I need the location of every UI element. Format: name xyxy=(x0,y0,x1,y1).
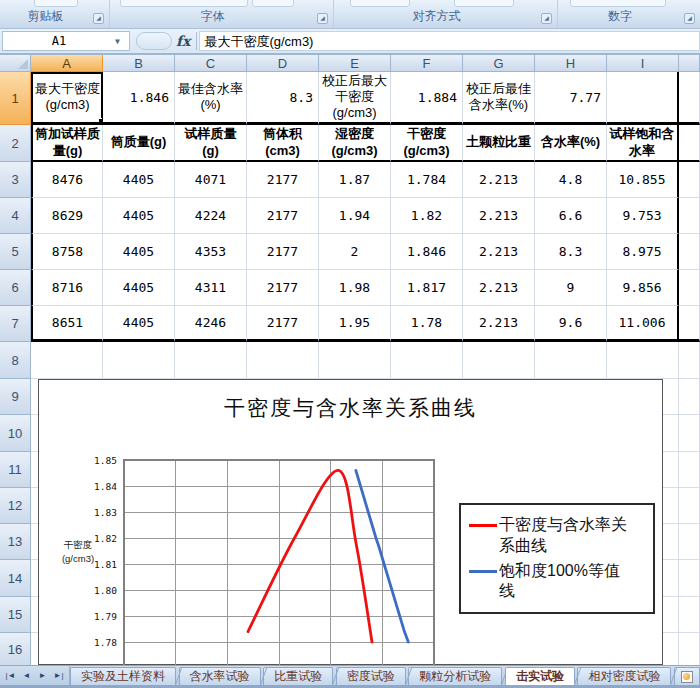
cell[interactable] xyxy=(679,234,700,270)
cell[interactable]: 2.213 xyxy=(463,234,535,270)
formula-input[interactable]: 最大干密度(g/cm3) xyxy=(199,31,700,51)
cell[interactable] xyxy=(679,379,700,415)
merge-buttons-cut[interactable] xyxy=(454,0,514,7)
cell[interactable] xyxy=(679,560,700,597)
cell[interactable]: 筒加试样质量(g) xyxy=(31,125,103,162)
cell[interactable] xyxy=(391,342,463,379)
column-header-d[interactable]: D xyxy=(247,55,319,72)
cell[interactable]: 8758 xyxy=(31,234,103,270)
cell[interactable] xyxy=(607,342,679,379)
row-header[interactable]: 2 xyxy=(0,125,31,162)
cell[interactable] xyxy=(679,488,700,524)
cell[interactable] xyxy=(679,306,700,342)
dialog-launcher-icon[interactable]: ◢ xyxy=(541,13,552,24)
cell[interactable]: 9.6 xyxy=(535,306,607,342)
dialog-launcher-icon[interactable]: ◢ xyxy=(684,13,695,24)
cell[interactable]: 8.975 xyxy=(607,234,679,270)
cell[interactable] xyxy=(607,72,679,125)
cell[interactable]: 筒质量(g) xyxy=(103,125,175,162)
column-header-partial[interactable] xyxy=(679,55,700,72)
row-header[interactable]: 4 xyxy=(0,198,31,234)
cell[interactable]: 2177 xyxy=(247,270,319,306)
cell[interactable]: 2.213 xyxy=(463,270,535,306)
fill-handle[interactable] xyxy=(98,118,103,123)
cell[interactable]: 校正后最大干密度(g/cm3) xyxy=(319,72,391,125)
paste-button-cut[interactable] xyxy=(34,0,78,7)
cell[interactable]: 1.87 xyxy=(319,162,391,198)
row-header[interactable]: 11 xyxy=(0,452,31,488)
cell[interactable]: 4353 xyxy=(175,234,247,270)
dialog-launcher-icon[interactable]: ◢ xyxy=(93,13,104,24)
row-header[interactable]: 10 xyxy=(0,415,31,452)
cell[interactable]: 试样质量(g) xyxy=(175,125,247,162)
row-header[interactable]: 12 xyxy=(0,488,31,524)
cell[interactable]: 1.884 xyxy=(391,72,463,125)
sheet-tab-hanshuilv[interactable]: 含水率试验 xyxy=(179,667,261,685)
cell[interactable]: 1.98 xyxy=(319,270,391,306)
cell[interactable]: 4405 xyxy=(103,234,175,270)
cell[interactable]: 4.8 xyxy=(535,162,607,198)
cell[interactable] xyxy=(31,342,103,379)
sheet-tab-midu[interactable]: 密度试验 xyxy=(336,667,406,685)
cell[interactable]: 1.784 xyxy=(391,162,463,198)
cell[interactable]: 2.213 xyxy=(463,198,535,234)
cell[interactable] xyxy=(679,198,700,234)
cell[interactable]: 4405 xyxy=(103,162,175,198)
cell[interactable]: 1.94 xyxy=(319,198,391,234)
cell[interactable]: 4405 xyxy=(103,270,175,306)
cell[interactable]: 8716 xyxy=(31,270,103,306)
cell[interactable]: 含水率(%) xyxy=(535,125,607,162)
cell[interactable]: 4246 xyxy=(175,306,247,342)
sheet-tab-jishi-active[interactable]: 击实试验 xyxy=(505,667,575,685)
cell[interactable]: 2177 xyxy=(247,306,319,342)
cell[interactable] xyxy=(679,342,700,379)
row-header[interactable]: 16 xyxy=(0,633,31,665)
cell[interactable]: 1.846 xyxy=(391,234,463,270)
row-header[interactable]: 1 xyxy=(0,72,31,125)
cell[interactable]: 4224 xyxy=(175,198,247,234)
cell[interactable]: 6.6 xyxy=(535,198,607,234)
column-header-c[interactable]: C xyxy=(175,55,247,72)
cell[interactable] xyxy=(247,342,319,379)
tab-scroll-prev-icon[interactable]: ◄ xyxy=(19,671,34,680)
cell[interactable] xyxy=(535,342,607,379)
cell[interactable]: 8476 xyxy=(31,162,103,198)
name-box[interactable]: A1 ▼ xyxy=(2,31,130,51)
cell[interactable]: 4405 xyxy=(103,306,175,342)
font-name-box-cut[interactable] xyxy=(120,0,248,7)
cell[interactable]: 10.855 xyxy=(607,162,679,198)
sheet-tab-shiyanjiyangziliao[interactable]: 实验及土样资料 xyxy=(70,667,176,685)
cell[interactable] xyxy=(679,72,700,125)
cell[interactable]: 4405 xyxy=(103,198,175,234)
cell[interactable] xyxy=(103,342,175,379)
chart-area[interactable]: 1.851.841.831.821.811.801.791.781.77 干密度… xyxy=(38,379,663,665)
row-header[interactable]: 13 xyxy=(0,524,31,560)
cell[interactable]: 干密度(g/cm3) xyxy=(391,125,463,162)
insert-worksheet-tab[interactable] xyxy=(674,667,700,685)
cell-a1-selected[interactable]: 最大干密度(g/cm3) xyxy=(31,72,103,125)
sheet-tab-xiangduimidu[interactable]: 相对密度试验 xyxy=(577,667,671,685)
row-header[interactable]: 15 xyxy=(0,597,31,633)
tab-scroll-last-icon[interactable]: ►| xyxy=(51,671,66,680)
cell[interactable] xyxy=(175,342,247,379)
cell[interactable]: 2177 xyxy=(247,198,319,234)
insert-function-button[interactable]: fx xyxy=(176,33,190,49)
row-header[interactable]: 6 xyxy=(0,270,31,306)
cell[interactable]: 2 xyxy=(319,234,391,270)
sheet-tab-bizhong[interactable]: 比重试验 xyxy=(263,667,333,685)
column-header-g[interactable]: G xyxy=(463,55,535,72)
row-header[interactable]: 8 xyxy=(0,342,31,379)
cell[interactable]: 1.82 xyxy=(391,198,463,234)
cell[interactable]: 8629 xyxy=(31,198,103,234)
cell[interactable]: 2177 xyxy=(247,162,319,198)
select-all-corner[interactable] xyxy=(0,55,31,72)
cell[interactable]: 筒体积(cm3) xyxy=(247,125,319,162)
cell[interactable]: 校正后最佳含水率(%) xyxy=(463,72,535,125)
cell[interactable]: 9.856 xyxy=(607,270,679,306)
column-header-e[interactable]: E xyxy=(319,55,391,72)
cell[interactable] xyxy=(319,342,391,379)
row-header[interactable]: 3 xyxy=(0,162,31,198)
cell[interactable]: 4071 xyxy=(175,162,247,198)
number-format-box-cut[interactable] xyxy=(570,0,666,7)
tab-scroll-first-icon[interactable]: |◄ xyxy=(3,671,18,680)
